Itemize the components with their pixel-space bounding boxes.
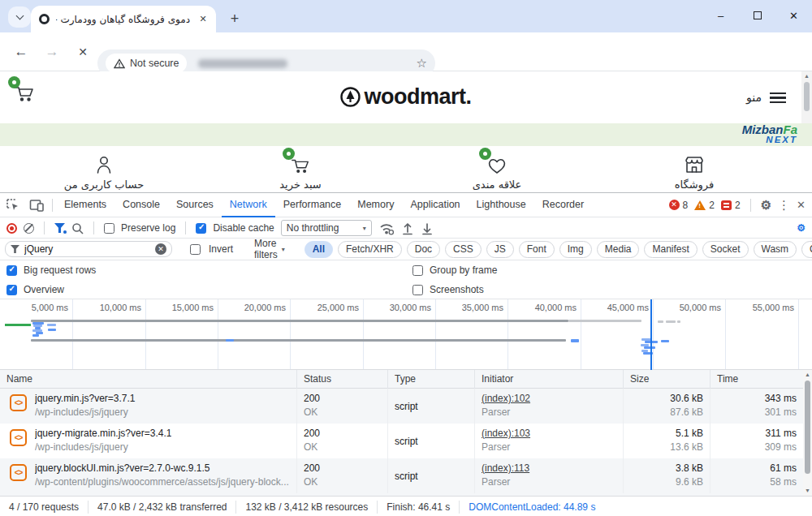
new-tab-button[interactable]: + <box>224 8 245 29</box>
tab-recorder[interactable]: Recorder <box>534 193 592 217</box>
tab-sources[interactable]: Sources <box>168 193 222 217</box>
nav-item-account[interactable]: حساب کاربری من <box>39 153 169 191</box>
invert-checkbox[interactable] <box>190 244 201 255</box>
request-type: script <box>395 401 418 412</box>
initiator-link[interactable]: (index):103 <box>482 428 616 439</box>
initiator-link[interactable]: (index):102 <box>482 393 616 404</box>
chevron-down-icon <box>15 12 24 20</box>
overview-checkbox[interactable] <box>6 285 17 295</box>
scrollbar-thumb[interactable] <box>804 82 810 111</box>
table-row[interactable]: <> jquery-migrate.min.js?ver=3.4.1 /wp-i… <box>0 424 803 458</box>
preserve-log-checkbox[interactable] <box>104 223 114 234</box>
script-file-icon: <> <box>10 429 27 446</box>
big-request-rows-option[interactable]: Big request rows <box>6 264 96 276</box>
column-header-name[interactable]: Name <box>0 370 297 389</box>
filter-chip-font[interactable]: Font <box>519 241 555 258</box>
network-conditions-icon[interactable] <box>378 221 395 235</box>
inspect-element-button[interactable] <box>0 195 24 216</box>
filter-chip-img[interactable]: Img <box>559 241 592 258</box>
nav-item-shop[interactable]: فروشگاه <box>629 153 759 191</box>
issues-count[interactable]: 2 <box>721 200 741 211</box>
warning-count[interactable]: 2 <box>694 200 715 211</box>
import-har-icon[interactable] <box>401 221 414 235</box>
timeline-request-bar <box>571 339 579 342</box>
filter-input[interactable] <box>24 243 150 255</box>
nav-item-wishlist[interactable]: علاقه مندی <box>432 153 562 191</box>
site-logo[interactable]: woodmart. <box>0 84 812 110</box>
column-header-status[interactable]: Status <box>297 370 388 389</box>
network-settings-icon[interactable]: ⚙ <box>797 222 806 234</box>
tab-application[interactable]: Application <box>402 193 468 217</box>
filter-toggle-button[interactable] <box>54 223 65 233</box>
search-icon[interactable] <box>71 222 84 234</box>
filter-chip-fetch-xhr[interactable]: Fetch/XHR <box>338 241 402 258</box>
nav-item-cart[interactable]: سبد خرید <box>235 153 365 191</box>
scroll-down-icon[interactable]: ▼ <box>803 488 812 493</box>
tab-lighthouse[interactable]: Lighthouse <box>469 193 534 217</box>
scrollbar-thumb[interactable] <box>805 381 810 474</box>
devtools-settings-icon[interactable]: ⚙ <box>761 198 771 213</box>
tab-performance[interactable]: Performance <box>275 193 350 217</box>
devtools-close-icon[interactable]: ✕ <box>797 199 806 211</box>
record-button[interactable] <box>6 223 17 234</box>
site-logo-text: woodmart. <box>364 84 471 110</box>
big-request-rows-checkbox[interactable] <box>6 265 17 276</box>
column-header-size[interactable]: Size <box>624 370 710 389</box>
domcontentloaded-marker <box>650 299 652 370</box>
menu-button[interactable]: منو <box>746 89 786 106</box>
tab-close-icon[interactable]: ✕ <box>197 13 209 26</box>
group-by-frame-option[interactable]: Group by frame <box>412 264 497 276</box>
filter-chip-doc[interactable]: Doc <box>407 241 440 258</box>
table-row[interactable]: <> jquery.blockUI.min.js?ver=2.7.0-wc.9.… <box>0 458 803 496</box>
back-button[interactable]: ← <box>11 42 31 62</box>
devtools-menu-icon[interactable]: ⋮ <box>778 198 790 213</box>
table-scrollbar[interactable]: ▲ ▼ <box>803 370 812 496</box>
close-window-button[interactable]: ✕ <box>775 0 812 31</box>
clear-button[interactable] <box>24 223 34 234</box>
screenshots-checkbox[interactable] <box>412 285 423 295</box>
tab-console[interactable]: Console <box>114 193 168 217</box>
filter-chip-socket[interactable]: Socket <box>702 241 749 258</box>
warning-icon <box>694 200 706 210</box>
tab-network[interactable]: Network <box>222 193 275 217</box>
bookmark-star-icon[interactable]: ☆ <box>417 56 427 71</box>
maximize-button[interactable] <box>739 0 775 31</box>
page-content: woodmart. منو ▲ ▼ MizbanFa NEXT حساب کار… <box>0 71 812 192</box>
security-chip[interactable]: Not secure <box>106 54 187 73</box>
more-filters-button[interactable]: More filters ▾ <box>254 238 285 260</box>
forward-button[interactable]: → <box>42 42 62 62</box>
tab-elements[interactable]: Elements <box>56 193 114 217</box>
column-header-type[interactable]: Type <box>388 370 475 389</box>
filter-input-box[interactable]: ✕ <box>5 241 172 257</box>
disable-cache-checkbox[interactable] <box>196 223 206 234</box>
throttling-select[interactable]: No throttling ▾ <box>281 220 372 236</box>
initiator-link[interactable]: (index):113 <box>482 462 616 474</box>
overview-option[interactable]: Overview <box>6 284 64 295</box>
stop-button[interactable]: ✕ <box>73 42 93 62</box>
network-overview-timeline[interactable]: 5,000 ms 10,000 ms 15,000 ms 20,000 ms 2… <box>0 299 812 370</box>
filter-chip-manifest[interactable]: Manifest <box>644 241 697 258</box>
column-header-time[interactable]: Time <box>710 370 803 389</box>
table-row[interactable]: <> jquery.min.js?ver=3.7.1 /wp-includes/… <box>0 389 803 424</box>
filter-chip-wasm[interactable]: Wasm <box>754 241 797 258</box>
filter-chip-media[interactable]: Media <box>597 241 640 258</box>
filter-chip-css[interactable]: CSS <box>445 241 482 258</box>
network-request-table: Name Status Type Initiator Size Time <> … <box>0 370 812 496</box>
clear-filter-icon[interactable]: ✕ <box>155 243 166 255</box>
minimize-button[interactable]: – <box>702 0 739 31</box>
filter-chip-js[interactable]: JS <box>486 241 514 258</box>
url-text-blurred <box>198 59 287 68</box>
tab-memory[interactable]: Memory <box>349 193 402 217</box>
error-count[interactable]: ✕8 <box>669 200 689 211</box>
device-toolbar-button[interactable] <box>24 195 49 216</box>
filter-chip-other[interactable]: Other <box>801 241 812 258</box>
column-header-initiator[interactable]: Initiator <box>475 370 624 389</box>
group-by-frame-checkbox[interactable] <box>412 265 423 276</box>
scroll-up-icon[interactable]: ▲ <box>801 73 812 79</box>
screenshots-option[interactable]: Screenshots <box>412 284 484 295</box>
export-har-icon[interactable] <box>421 221 434 235</box>
scroll-up-icon[interactable]: ▲ <box>803 372 812 377</box>
tab-search-button[interactable] <box>8 6 31 28</box>
filter-chip-all[interactable]: All <box>304 241 333 258</box>
browser-tab[interactable]: دموی فروشگاه گیاهان وودمارت – ✕ <box>31 6 216 32</box>
